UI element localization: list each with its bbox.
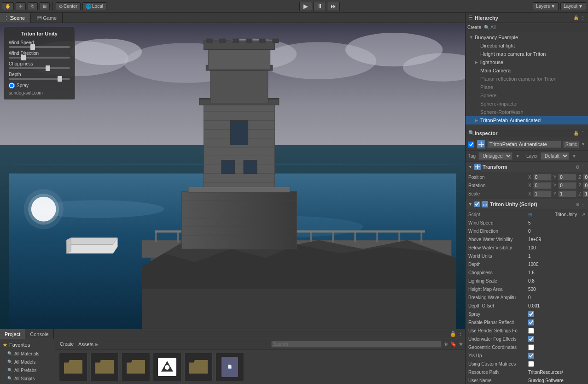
pivot-label: Center [64, 4, 77, 9]
fav-item-models[interactable]: 🔍 All Models [0, 358, 55, 366]
hier-item-heightmap[interactable]: Height map camera for Triton [466, 50, 588, 58]
scale-x-input[interactable] [533, 190, 552, 197]
more-icon-hierarchy[interactable]: ⋮ [581, 15, 585, 20]
script-link-icon[interactable]: ↗ [582, 212, 585, 217]
bookmark-icon[interactable]: 🔖 [450, 341, 457, 347]
prop-check-17[interactable] [528, 361, 534, 367]
fav-item-materials[interactable]: 🔍 All Materials [0, 349, 55, 358]
pivot-btn[interactable]: ⊙ Center [56, 2, 81, 10]
transform-more-btn[interactable]: ⋮ [581, 165, 585, 170]
create-btn[interactable]: Create [60, 342, 74, 347]
tab-console[interactable]: Console [25, 329, 53, 339]
eye-icon[interactable]: 👁 [443, 342, 448, 347]
lock-icon-hierarchy[interactable]: 🔒 [573, 15, 579, 20]
wind-direction-track[interactable] [9, 57, 70, 59]
tag-select[interactable]: Untagged [478, 152, 512, 160]
transform-move-btn[interactable]: ✛ [16, 2, 26, 10]
pos-x-input[interactable] [533, 174, 552, 181]
fav-item-scripts[interactable]: 🔍 All Scripts [0, 374, 55, 383]
tab-scene[interactable]: ⛶ Scene [0, 13, 31, 23]
play-button[interactable]: ▶ [299, 2, 312, 11]
asset-folder-4[interactable] [184, 353, 213, 381]
hier-item-maincam[interactable]: Main Camera [466, 66, 588, 75]
fav-item-prefabs[interactable]: 🔍 All Prefabs [0, 366, 55, 374]
folder-icon-4 [189, 360, 208, 374]
prop-check-12[interactable] [528, 319, 534, 325]
wind-speed-track[interactable] [9, 46, 70, 48]
layout-label: Layout [564, 4, 577, 9]
transform-icon [474, 164, 481, 170]
spray-radio[interactable] [9, 83, 15, 89]
script-label: Script [468, 212, 528, 217]
lock-icon-inspector[interactable]: 🔒 [573, 130, 579, 136]
more-icon[interactable]: ⋮ [458, 331, 463, 337]
hier-item-plane[interactable]: Plane [466, 83, 588, 91]
hier-item-lighthouse[interactable]: ▶ lighthouse [466, 58, 588, 66]
space-btn[interactable]: 🌐 Local [82, 2, 106, 10]
prop-check-13[interactable] [528, 328, 534, 334]
star-icon-2[interactable]: ★ [459, 341, 463, 347]
active-checkbox[interactable] [468, 142, 474, 148]
hier-item-sphere[interactable]: Sphere [466, 91, 588, 100]
hier-label-heightmap: Height map camera for Triton [480, 51, 546, 57]
favorites-panel: ★ Favorites 🔍 All Materials 🔍 All Models… [0, 339, 55, 384]
prop-check-11[interactable] [528, 311, 534, 317]
tag-label: Tag [468, 154, 476, 159]
layers-dropdown[interactable]: Layers ▼ [533, 2, 559, 10]
hier-item-tritonprefab[interactable]: ▶ TritonPrefab-Authenticated [466, 116, 588, 124]
triton-script-settings-btn[interactable]: ⚙ [576, 202, 580, 207]
triton-script-more-btn[interactable]: ⋮ [581, 202, 585, 207]
rot-z-input[interactable] [583, 182, 588, 189]
transform-settings-btn[interactable]: ⚙ [576, 165, 580, 170]
triton-script-checkbox[interactable] [474, 201, 480, 207]
triton-prop-row-15: Geocentric Coordinates [466, 343, 588, 351]
asset-folder-2[interactable] [90, 353, 119, 381]
create-label[interactable]: Create [467, 25, 481, 30]
prop-check-15[interactable] [528, 344, 534, 350]
asset-folder-1[interactable] [59, 353, 87, 381]
choppiness-thumb[interactable] [46, 65, 50, 71]
search-icon-2: 🔍 [7, 360, 12, 364]
website-link[interactable]: sundog-soft.com [9, 90, 70, 95]
scale-y-input[interactable] [558, 190, 576, 197]
rot-x-input[interactable] [533, 182, 552, 189]
transform-scale-btn[interactable]: ⊞ [40, 2, 50, 10]
pos-y-input[interactable] [558, 174, 576, 181]
triton-script-header[interactable]: ▼ C# Triton Unity (Script) ⚙ ⋮ [466, 199, 588, 209]
layer-select[interactable]: Default [541, 152, 569, 160]
prop-check-14[interactable] [528, 336, 534, 342]
depth-track[interactable] [9, 78, 70, 80]
layout-dropdown[interactable]: Layout ▼ [560, 2, 586, 10]
assets-search-input[interactable] [271, 341, 442, 348]
hierarchy-list[interactable]: ▼ Buoyancy Example Directional light Hei… [466, 32, 588, 128]
rot-y-input[interactable] [558, 182, 576, 189]
wind-direction-thumb[interactable] [21, 55, 26, 60]
hier-item-dirlight[interactable]: Directional light [466, 41, 588, 50]
transform-header[interactable]: ▼ Transform ⚙ ⋮ [466, 162, 588, 172]
static-button[interactable]: Static [563, 141, 579, 148]
asset-folder-3[interactable] [122, 353, 150, 381]
asset-doc[interactable]: 📄 [215, 353, 244, 381]
hier-item-buoyancy[interactable]: ▼ Buoyancy Example [466, 33, 588, 41]
transform-rotate-btn[interactable]: ↻ [28, 2, 38, 10]
scene-viewport[interactable]: Free Aspect ▼ Maximize on Play Stats Giz… [0, 23, 465, 329]
object-name-input[interactable] [487, 141, 561, 148]
hierarchy-icon: ☰ [468, 15, 473, 21]
prop-check-16[interactable] [528, 353, 534, 359]
transform-hand-btn[interactable]: ✋ [2, 2, 14, 10]
choppiness-track[interactable] [9, 67, 70, 69]
asset-unity-logo[interactable] [153, 353, 181, 381]
pause-button[interactable]: ⏸ [313, 2, 326, 11]
hier-item-planar[interactable]: Planar reflection camera for Triton [466, 75, 588, 83]
hier-item-sphere-rotorwash[interactable]: Sphere-RotorWash [466, 108, 588, 116]
depth-thumb[interactable] [58, 76, 62, 82]
pos-z-input[interactable] [583, 174, 588, 181]
step-button[interactable]: ⏭ [327, 2, 340, 11]
wind-speed-thumb[interactable] [30, 44, 35, 50]
tab-game[interactable]: 🎮 Game [31, 13, 63, 23]
tab-project[interactable]: Project [0, 329, 25, 339]
hier-item-sphere-impactor[interactable]: Sphere-Impactor [466, 100, 588, 108]
lock-icon[interactable]: 🔒 [450, 331, 456, 337]
scale-z-input[interactable] [583, 190, 588, 197]
more-icon-inspector[interactable]: ⋮ [581, 130, 585, 136]
